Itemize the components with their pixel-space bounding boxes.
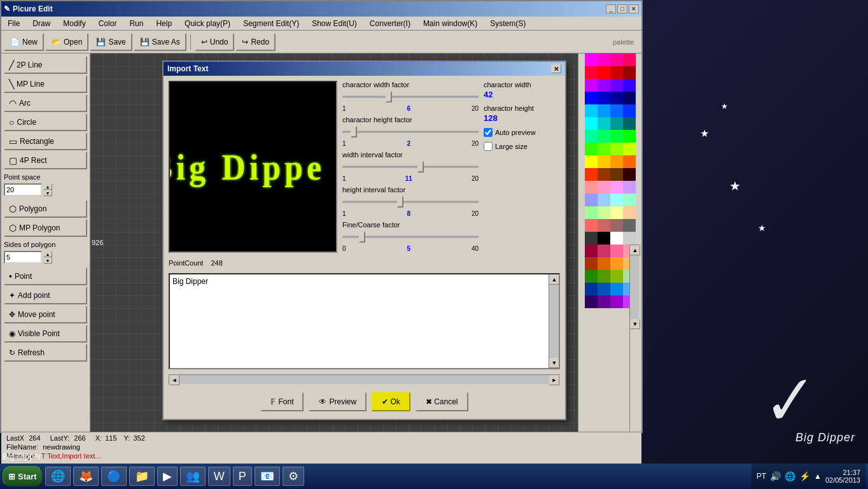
palette-swatch[interactable] — [598, 194, 610, 206]
menu-color[interactable]: Color — [95, 18, 121, 29]
palette-swatch[interactable] — [585, 194, 598, 206]
palette-swatch[interactable] — [585, 104, 598, 117]
palette-swatch[interactable] — [623, 117, 636, 130]
char-height-factor-thumb[interactable] — [351, 126, 357, 138]
palette-swatch[interactable] — [585, 143, 598, 155]
maximize-button[interactable]: □ — [617, 4, 627, 13]
menu-file[interactable]: File — [4, 18, 24, 29]
tool-rectangle[interactable]: ▭ Rectangle — [4, 132, 87, 150]
menu-quick-play[interactable]: Quick play(P) — [181, 18, 234, 29]
palette-swatch[interactable] — [585, 79, 598, 92]
palette-swatch[interactable] — [585, 295, 598, 308]
palette-swatch[interactable] — [598, 130, 610, 143]
text-scroll-up[interactable]: ▲ — [549, 274, 559, 285]
palette-scroll-down[interactable]: ▼ — [630, 319, 640, 329]
palette-swatch[interactable] — [585, 168, 598, 181]
palette-swatch[interactable] — [585, 117, 598, 130]
char-width-factor-thumb[interactable] — [386, 91, 392, 103]
palette-swatch[interactable] — [623, 194, 636, 206]
height-interval-thumb[interactable] — [397, 196, 403, 208]
palette-swatch[interactable] — [623, 130, 636, 143]
palette-swatch[interactable] — [598, 117, 610, 130]
palette-swatch[interactable] — [610, 295, 623, 308]
palette-swatch[interactable] — [610, 143, 623, 155]
minimize-button[interactable]: _ — [606, 4, 616, 13]
palette-swatch[interactable] — [598, 66, 610, 79]
menu-run[interactable]: Run — [125, 18, 147, 29]
palette-swatch[interactable] — [623, 181, 636, 194]
taskbar-firefox[interactable]: 🦊 — [73, 467, 99, 486]
arrow-icon[interactable]: ▲ — [814, 472, 822, 481]
palette-swatch[interactable] — [598, 168, 610, 181]
menu-show-edit[interactable]: Show Edit(U) — [308, 18, 361, 29]
cancel-button[interactable]: ✖ Cancel — [416, 392, 468, 411]
tool-point[interactable]: • Point — [4, 267, 87, 285]
start-button[interactable]: ⊞ Start — [3, 466, 43, 486]
palette-swatch[interactable] — [610, 206, 623, 219]
taskbar-word[interactable]: W — [208, 467, 230, 486]
palette-scroll-up[interactable]: ▲ — [630, 245, 640, 255]
palette-swatch[interactable] — [623, 53, 636, 66]
redo-button[interactable]: ↪ Redo — [235, 33, 276, 51]
palette-swatch[interactable] — [585, 155, 598, 168]
palette-swatch[interactable] — [585, 130, 598, 143]
h-scroll-right[interactable]: ► — [549, 375, 559, 385]
palette-swatch[interactable] — [610, 181, 623, 194]
palette-swatch[interactable] — [623, 66, 636, 79]
tool-refresh[interactable]: ↻ Refresh — [4, 344, 87, 362]
point-space-up[interactable]: ▲ — [43, 183, 52, 190]
network-icon[interactable]: 🌐 — [785, 471, 795, 481]
font-button[interactable]: 𝔽 Font — [260, 392, 304, 411]
preview-button[interactable]: 👁 Preview — [309, 392, 367, 411]
palette-swatch[interactable] — [585, 206, 598, 219]
palette-swatch[interactable] — [610, 66, 623, 79]
menu-modify[interactable]: Modify — [59, 18, 89, 29]
new-button[interactable]: 📄 New — [4, 33, 44, 51]
palette-swatch[interactable] — [585, 270, 598, 283]
palette-swatch[interactable] — [598, 53, 610, 66]
menu-segment-edit[interactable]: Segment Edit(Y) — [239, 18, 303, 29]
palette-swatch[interactable] — [623, 219, 636, 232]
palette-swatch[interactable] — [610, 283, 623, 295]
palette-swatch[interactable] — [610, 53, 623, 66]
taskbar-app[interactable]: ⚙ — [283, 467, 304, 486]
palette-swatch[interactable] — [610, 117, 623, 130]
palette-swatch[interactable] — [585, 181, 598, 194]
power-icon[interactable]: ⚡ — [799, 471, 810, 481]
taskbar-outlook[interactable]: 📧 — [255, 467, 280, 486]
save-button[interactable]: 💾 Save — [90, 33, 132, 51]
menu-draw[interactable]: Draw — [29, 18, 54, 29]
palette-swatch[interactable] — [610, 155, 623, 168]
taskbar-powerpoint[interactable]: P — [233, 467, 252, 486]
palette-swatch[interactable] — [610, 130, 623, 143]
fine-coarse-thumb[interactable] — [359, 231, 365, 243]
palette-swatch[interactable] — [598, 232, 610, 244]
palette-swatch[interactable] — [598, 92, 610, 104]
palette-swatch[interactable] — [610, 79, 623, 92]
palette-swatch[interactable] — [623, 155, 636, 168]
tool-mp-line[interactable]: ╲ MP Line — [4, 75, 87, 93]
palette-swatch[interactable] — [610, 219, 623, 232]
palette-swatch[interactable] — [598, 181, 610, 194]
text-scroll-down[interactable]: ▼ — [549, 358, 559, 368]
palette-swatch[interactable] — [598, 79, 610, 92]
tool-4p-rect[interactable]: ▢ 4P Rect — [4, 152, 87, 169]
open-button[interactable]: 📂 Open — [45, 33, 88, 51]
palette-swatch[interactable] — [623, 79, 636, 92]
taskbar-folder[interactable]: 📁 — [129, 467, 155, 486]
tool-polygon[interactable]: ⬡ Polygon — [4, 200, 87, 218]
tool-2p-line[interactable]: ╱ 2P Line — [4, 56, 87, 74]
palette-swatch[interactable] — [598, 257, 610, 270]
undo-button[interactable]: ↩ Undo — [195, 33, 235, 51]
palette-swatch[interactable] — [585, 257, 598, 270]
palette-swatch[interactable] — [598, 104, 610, 117]
tool-circle[interactable]: ○ Circle — [4, 113, 87, 131]
large-size-checkbox[interactable] — [484, 142, 493, 151]
taskbar-ie[interactable]: 🌐 — [45, 467, 71, 486]
taskbar-media[interactable]: ▶ — [157, 467, 178, 486]
sides-down[interactable]: ▼ — [43, 257, 52, 264]
palette-swatch[interactable] — [623, 206, 636, 219]
sound-icon[interactable]: 🔊 — [770, 471, 781, 481]
palette-swatch[interactable] — [598, 244, 610, 257]
palette-swatch[interactable] — [585, 283, 598, 295]
